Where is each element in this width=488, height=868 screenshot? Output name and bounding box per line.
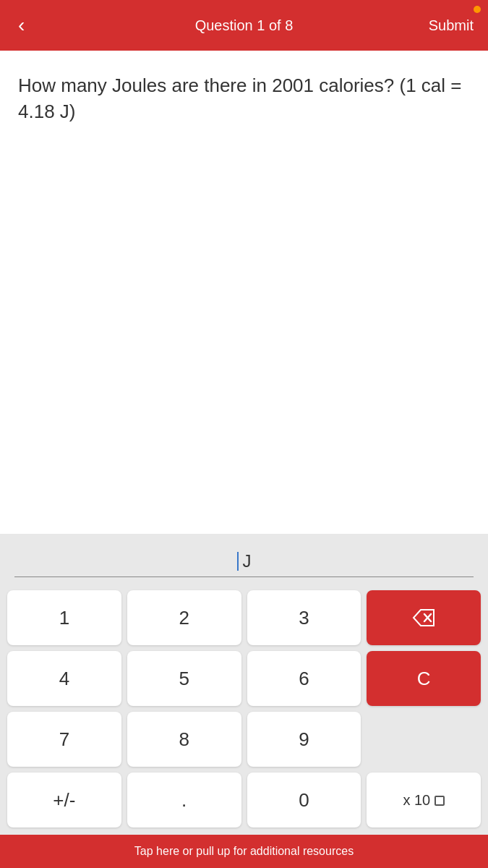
key-4[interactable]: 4 [7, 651, 121, 706]
answer-display[interactable]: J [14, 545, 474, 577]
question-counter: Question 1 of 8 [195, 17, 294, 34]
key-8[interactable]: 8 [127, 712, 241, 767]
key-6[interactable]: 6 [247, 651, 361, 706]
answer-unit: J [243, 551, 252, 571]
cursor [237, 552, 239, 571]
empty-cell [367, 712, 481, 767]
question-area: How many Joules are there in 2001 calori… [0, 51, 488, 534]
key-9[interactable]: 9 [247, 712, 361, 767]
key-7[interactable]: 7 [7, 712, 121, 767]
key-3[interactable]: 3 [247, 590, 361, 645]
key-0[interactable]: 0 [247, 773, 361, 827]
clear-button[interactable]: C [367, 651, 481, 706]
backspace-icon [412, 608, 435, 627]
clear-label: C [417, 668, 431, 690]
back-button[interactable]: ‹ [14, 12, 28, 39]
question-text: How many Joules are there in 2001 calori… [18, 75, 462, 122]
key-2[interactable]: 2 [127, 590, 241, 645]
key-1[interactable]: 1 [7, 590, 121, 645]
backspace-button[interactable] [367, 590, 481, 645]
calculator-area: J 1 2 3 4 5 6 C 7 8 9 +/- . 0 [0, 534, 488, 835]
bottom-bar[interactable]: Tap here or pull up for additional resou… [0, 835, 488, 868]
keypad: 1 2 3 4 5 6 C 7 8 9 +/- . 0 x 10 [0, 584, 488, 835]
x10-label: x 10 [403, 792, 444, 809]
notification-dot [474, 6, 481, 13]
submit-button[interactable]: Submit [429, 17, 474, 34]
x10-button[interactable]: x 10 [367, 773, 481, 827]
key-5[interactable]: 5 [127, 651, 241, 706]
key-plus-minus[interactable]: +/- [7, 773, 121, 827]
answer-display-wrapper: J [0, 534, 488, 584]
bottom-bar-text: Tap here or pull up for additional resou… [134, 845, 354, 858]
key-decimal[interactable]: . [127, 773, 241, 827]
header: ‹ Question 1 of 8 Submit [0, 0, 488, 51]
